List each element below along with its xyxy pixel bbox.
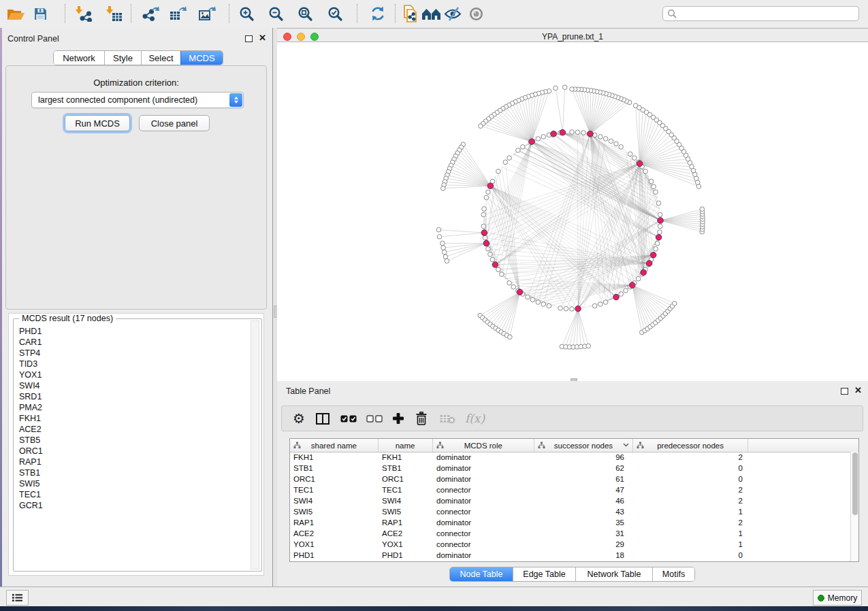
result-list-scrollbar[interactable] — [251, 320, 259, 569]
network-graph[interactable] — [277, 42, 868, 381]
zoom-selected-icon[interactable] — [323, 4, 347, 23]
refresh-layout-icon[interactable] — [366, 4, 389, 23]
select-all-checkboxes-icon[interactable] — [340, 410, 357, 427]
search-input[interactable] — [679, 7, 858, 20]
export-image-icon[interactable] — [195, 4, 219, 23]
table-settings-icon[interactable]: ⚙ — [293, 410, 305, 427]
node-table-body: FKH1FKH1dominator962STB1STB1dominator620… — [290, 452, 850, 561]
table-row[interactable]: FKH1FKH1dominator962 — [290, 452, 850, 463]
tab-mcds[interactable]: MCDS — [180, 51, 223, 65]
cell-mcds-role: connector — [433, 484, 535, 495]
scrollbar-thumb[interactable] — [852, 452, 858, 515]
mcds-result-item[interactable]: FKH1 — [16, 413, 249, 424]
panel-splitter[interactable] — [272, 28, 277, 587]
network-canvas[interactable] — [277, 42, 868, 381]
add-column-icon[interactable] — [392, 410, 404, 427]
export-network-icon[interactable] — [140, 4, 163, 23]
zoom-fit-icon[interactable] — [293, 4, 317, 23]
mcds-result-item[interactable]: SWI5 — [16, 478, 249, 489]
close-table-panel-icon[interactable]: ✕ — [854, 385, 862, 396]
cytoscape-window: Control Panel ✕ NetworkStyleSelectMCDS O… — [0, 0, 868, 611]
save-session-icon[interactable] — [29, 4, 52, 23]
mcds-result-item[interactable]: ACE2 — [16, 424, 249, 435]
table-row[interactable]: YOX1YOX1connector291 — [290, 539, 850, 550]
cell-shared-name: ACE2 — [290, 528, 379, 539]
criterion-select[interactable]: largest connected component (undirected) — [31, 92, 244, 108]
close-panel-icon[interactable]: ✕ — [259, 33, 266, 44]
hide-selected-icon[interactable] — [441, 4, 464, 23]
cell-predecessor-nodes: 1 — [634, 539, 750, 550]
tab-select[interactable]: Select — [141, 51, 180, 65]
cell-predecessor-nodes: 2 — [634, 452, 750, 463]
first-neighbors-icon[interactable] — [419, 4, 443, 23]
cell-successor-nodes: 61 — [535, 474, 634, 484]
float-panel-icon[interactable] — [245, 35, 253, 42]
table-row[interactable]: SWI5SWI5connector431 — [290, 506, 850, 517]
control-panel: Control Panel ✕ NetworkStyleSelectMCDS O… — [2, 28, 272, 587]
network-titlebar: YPA_prune.txt_1 — [277, 31, 868, 42]
task-history-button[interactable] — [6, 590, 29, 606]
mcds-result-item[interactable]: GCR1 — [16, 500, 249, 511]
mcds-result-item[interactable]: RAP1 — [16, 457, 249, 467]
clone-network-icon[interactable] — [398, 4, 421, 23]
column-header-name[interactable]: name — [379, 439, 433, 452]
memory-button[interactable]: Memory — [813, 590, 862, 606]
column-header-predecessor-nodes[interactable]: predecessor nodes — [633, 439, 749, 452]
show-all-icon[interactable] — [464, 4, 487, 23]
cell-successor-nodes: 35 — [535, 517, 634, 528]
cell-mcds-role: dominator — [433, 517, 535, 528]
import-table-icon[interactable] — [102, 4, 125, 23]
mcds-result-item[interactable]: PMA2 — [16, 402, 249, 413]
column-header-mcds-role[interactable]: MCDS role — [433, 439, 535, 452]
show-columns-icon[interactable] — [316, 410, 329, 427]
mcds-result-item[interactable]: YOX1 — [16, 369, 249, 380]
tab-node-table[interactable]: Node Table — [450, 567, 513, 581]
import-network-icon[interactable] — [71, 4, 95, 23]
tab-network[interactable]: Network — [54, 51, 104, 65]
mcds-result-item[interactable]: TID3 — [16, 359, 249, 369]
export-table-icon[interactable] — [166, 4, 189, 23]
mcds-result-item[interactable]: STP4 — [16, 348, 249, 359]
mcds-result-item[interactable]: STB1 — [16, 467, 249, 478]
tab-style[interactable]: Style — [104, 51, 141, 65]
tab-motifs[interactable]: Motifs — [652, 567, 694, 581]
mcds-result-item[interactable]: ORC1 — [16, 446, 249, 457]
table-row[interactable]: ORC1ORC1dominator610 — [290, 474, 850, 484]
close-panel-button[interactable]: Close panel — [139, 115, 210, 131]
mcds-options-panel: Optimization criterion: largest connecte… — [5, 65, 267, 310]
tab-edge-table[interactable]: Edge Table — [513, 567, 575, 581]
table-row[interactable]: ACE2ACE2connector311 — [290, 528, 850, 539]
table-scrollbar[interactable] — [850, 452, 858, 561]
tab-network-table[interactable]: Network Table — [575, 567, 652, 581]
list-icon — [12, 593, 23, 602]
table-row[interactable]: SWI4SWI4dominator462 — [290, 495, 850, 506]
search-icon — [667, 9, 677, 18]
mcds-result-item[interactable]: SWI4 — [16, 380, 249, 391]
mcds-result-item[interactable]: STB5 — [16, 435, 249, 446]
table-toolbar: ⚙ f(x) — [281, 406, 863, 431]
run-mcds-button[interactable]: Run MCDS — [65, 115, 130, 131]
deselect-all-checkboxes-icon[interactable] — [366, 410, 383, 427]
float-table-panel-icon[interactable] — [841, 388, 848, 395]
column-header-shared-name[interactable]: shared name — [290, 439, 379, 452]
open-file-icon[interactable] — [4, 4, 27, 23]
zoom-out-icon[interactable] — [264, 4, 287, 23]
cell-shared-name: ORC1 — [290, 474, 379, 484]
mcds-result-item[interactable]: TEC1 — [16, 489, 249, 500]
column-header-successor-nodes[interactable]: successor nodes — [534, 439, 633, 452]
zoom-in-icon[interactable] — [235, 4, 258, 23]
column-header-filler — [748, 439, 858, 452]
table-row[interactable]: TEC1TEC1connector472 — [290, 484, 850, 495]
function-builder-icon: f(x) — [465, 410, 485, 427]
delete-column-icon[interactable] — [415, 410, 428, 427]
table-row[interactable]: STB1STB1dominator620 — [290, 463, 850, 474]
cell-name: STB1 — [379, 463, 433, 474]
table-row[interactable]: PHD1PHD1dominator180 — [290, 550, 850, 561]
mcds-result-item[interactable]: SRD1 — [16, 391, 249, 402]
cell-predecessor-nodes: 2 — [634, 484, 750, 495]
table-row[interactable]: RAP1RAP1dominator352 — [290, 517, 850, 528]
mcds-result-item[interactable]: PHD1 — [16, 326, 249, 337]
mcds-result-item[interactable]: CAR1 — [16, 337, 249, 348]
cell-shared-name: FKH1 — [290, 452, 379, 463]
cell-name: RAP1 — [379, 517, 433, 528]
